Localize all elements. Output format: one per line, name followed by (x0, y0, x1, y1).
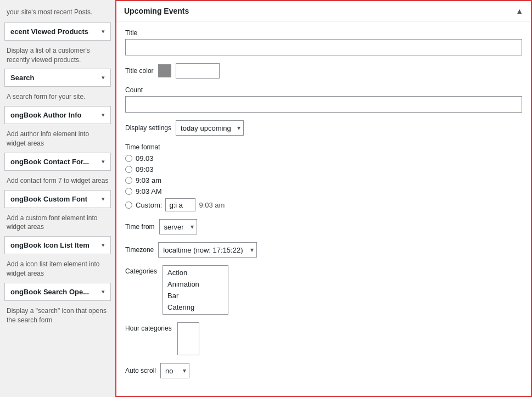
title-row: Title (125, 29, 522, 55)
widget-desc-recent-viewed: Display a list of a customer's recently … (0, 44, 115, 69)
widget-name-author-info: ongBook Author Info (10, 111, 82, 119)
widget-item-icon-list[interactable]: ongBook Icon List Item ▾ (4, 236, 111, 254)
radio-time-format-custom[interactable] (125, 202, 132, 209)
radio-row-format-2: 09:03 (125, 165, 522, 174)
widget-desc-contact-form: Add contact form 7 to widget areas (0, 174, 115, 190)
radio-row-format-4: 9:03 AM (125, 187, 522, 195)
display-settings-select-wrapper: today upcoming today upcoming (176, 120, 244, 136)
display-settings-select[interactable]: today upcoming today upcoming (176, 120, 244, 136)
widget-config-upcoming-events: Upcoming Events ▲ Title Title color Coun… (115, 0, 532, 397)
custom-format-input[interactable] (165, 198, 195, 211)
chevron-down-icon-font: ▾ (102, 195, 105, 203)
hour-categories-label: Hour categories (125, 322, 172, 332)
widget-name-search-open: ongBook Search Ope... (10, 288, 89, 296)
time-from-row: Time from server client (125, 219, 522, 234)
chevron-down-icon-contact: ▾ (102, 158, 105, 165)
color-picker-box[interactable] (176, 63, 220, 79)
widget-item-search-open[interactable]: ongBook Search Ope... ▾ (4, 283, 111, 301)
widget-item-custom-font[interactable]: ongBook Custom Font ▾ (4, 190, 111, 208)
count-row: Count (125, 86, 522, 113)
display-settings-label: Display settings (125, 124, 171, 132)
category-item-catering[interactable]: Catering (163, 301, 228, 313)
categories-list[interactable]: Action Animation Bar Catering (163, 265, 228, 315)
radio-label-format-2: 09:03 (136, 165, 154, 174)
widget-desc-icon-list: Add a icon list item element into widget… (0, 258, 115, 283)
timezone-select-wrapper: localtime (now: 17:15:22) UTC (158, 242, 257, 258)
collapse-icon[interactable]: ▲ (516, 7, 523, 15)
left-panel: your site's most recent Posts. ecent Vie… (0, 0, 115, 397)
hour-categories-row: Hour categories (125, 322, 522, 355)
widget-config-header: Upcoming Events ▲ (116, 1, 531, 21)
radio-label-format-custom: Custom: (136, 201, 162, 209)
widget-desc-search: A search form for your site. (0, 90, 115, 106)
chevron-down-icon-search: ▾ (102, 74, 105, 81)
right-panel: Upcoming Events ▲ Title Title color Coun… (115, 0, 532, 397)
custom-format-preview: 9:03 am (199, 201, 225, 209)
chevron-down-icon-icon-list: ▾ (102, 242, 105, 249)
widget-name-custom-font: ongBook Custom Font (10, 195, 87, 203)
widget-name-search: Search (10, 74, 34, 82)
widget-item-author-info[interactable]: ongBook Author Info ▾ (4, 106, 111, 124)
display-settings-row: Display settings today upcoming today up… (125, 120, 522, 136)
chevron-down-icon-search-open: ▾ (102, 288, 105, 295)
color-swatch[interactable] (158, 64, 171, 77)
radio-label-format-1: 09.03 (136, 154, 154, 163)
widget-name-icon-list: ongBook Icon List Item (10, 241, 89, 249)
radio-row-format-custom: Custom: 9:03 am (125, 198, 522, 211)
widget-item-search[interactable]: Search ▾ (4, 69, 111, 87)
title-color-label: Title color (125, 67, 154, 75)
auto-scroll-select-wrapper: no yes (160, 363, 189, 378)
widget-desc-author-info: Add author info element into widget area… (0, 127, 115, 153)
widget-name-contact-form: ongBook Contact For... (10, 158, 89, 166)
auto-scroll-label: Auto scroll (125, 367, 156, 374)
radio-time-format-3[interactable] (125, 177, 132, 184)
title-color-row: Title color (125, 63, 522, 79)
timezone-row: Timezone localtime (now: 17:15:22) UTC (125, 242, 522, 258)
title-label: Title (125, 29, 522, 37)
widget-config-title: Upcoming Events (124, 7, 189, 15)
hour-categories-box[interactable] (177, 322, 199, 355)
radio-row-format-1: 09.03 (125, 154, 522, 163)
time-from-select-wrapper: server client (159, 219, 197, 234)
chevron-down-icon-author: ▾ (102, 111, 105, 119)
widget-item-contact-form[interactable]: ongBook Contact For... ▾ (4, 153, 111, 171)
time-from-select[interactable]: server client (159, 219, 197, 234)
time-from-label: Time from (125, 223, 155, 231)
time-format-section: Time format 09.03 09:03 9:03 am 9:03 AM (125, 143, 522, 211)
posts-info-text: your site's most recent Posts. (0, 5, 115, 23)
radio-label-format-3: 9:03 am (136, 176, 161, 184)
categories-row: Categories Action Animation Bar Catering (125, 265, 522, 315)
categories-label: Categories (125, 265, 157, 275)
timezone-label: Timezone (125, 246, 154, 254)
radio-time-format-1[interactable] (125, 155, 132, 162)
count-label: Count (125, 86, 522, 94)
widget-name-recent-viewed: ecent Viewed Products (10, 27, 88, 36)
count-input[interactable] (125, 96, 522, 113)
radio-label-format-4: 9:03 AM (136, 187, 162, 195)
timezone-select[interactable]: localtime (now: 17:15:22) UTC (158, 242, 257, 258)
radio-time-format-2[interactable] (125, 166, 132, 173)
title-input[interactable] (125, 39, 522, 55)
auto-scroll-select[interactable]: no yes (160, 363, 189, 378)
widget-config-body: Title Title color Count Display settings… (116, 21, 531, 394)
radio-row-format-3: 9:03 am (125, 176, 522, 184)
widget-item-recent-viewed[interactable]: ecent Viewed Products ▾ (4, 23, 111, 41)
widget-desc-search-open: Display a "search" icon that opens the s… (0, 304, 115, 329)
time-format-label: Time format (125, 143, 522, 151)
widget-desc-custom-font: Add a custom font element into widget ar… (0, 211, 115, 237)
category-item-action[interactable]: Action (163, 267, 228, 278)
category-item-animation[interactable]: Animation (163, 278, 228, 290)
category-item-bar[interactable]: Bar (163, 290, 228, 301)
auto-scroll-row: Auto scroll no yes (125, 363, 522, 378)
radio-time-format-4[interactable] (125, 188, 132, 195)
chevron-down-icon: ▾ (102, 28, 105, 35)
